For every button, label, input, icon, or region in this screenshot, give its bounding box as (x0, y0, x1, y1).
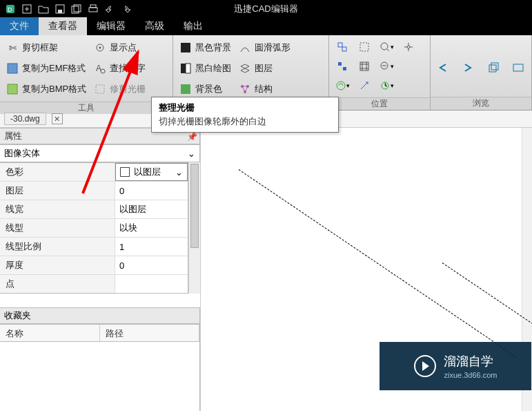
svg-point-30 (407, 46, 410, 48)
tab-close[interactable]: ✕ (52, 113, 63, 124)
svg-rect-33 (360, 62, 368, 70)
btn-find-text[interactable]: A查找文字 (92, 59, 148, 78)
label: 显示点 (110, 41, 137, 54)
nav-back[interactable] (435, 59, 453, 77)
print-icon[interactable] (86, 2, 101, 16)
arc-icon (239, 42, 250, 53)
label: 剪切框架 (22, 41, 58, 54)
black-bg-icon (180, 42, 191, 53)
btn-clip-frame[interactable]: ✄剪切框架 (4, 38, 89, 57)
pos-btn-10[interactable]: ▾ (377, 77, 395, 95)
svg-rect-6 (58, 10, 62, 13)
menu-editor[interactable]: 编辑器 (87, 17, 135, 35)
watermark-url: zixue.3d66.com (444, 371, 497, 379)
menu-advanced[interactable]: 高级 (135, 17, 174, 35)
bmp-icon (7, 84, 18, 95)
btn-smooth-arc[interactable]: 圆滑弧形 (237, 38, 293, 57)
watermark: 溜溜自学 zixue.3d66.com (380, 342, 531, 390)
svg-rect-31 (338, 62, 342, 66)
find-icon: A (95, 63, 106, 74)
label: 修剪光栅 (110, 83, 146, 95)
btn-black-bg[interactable]: 黑色背景 (177, 38, 234, 57)
label: 复制为BMP格式 (22, 83, 86, 95)
nav-view[interactable] (509, 59, 527, 77)
ribbon-group-position: ▾ ▾ ▾ ▾ 位置 (329, 35, 431, 110)
svg-point-14 (99, 47, 101, 49)
svg-rect-19 (181, 64, 186, 73)
label: 黑色背景 (195, 41, 231, 54)
nav-new-window[interactable] (484, 59, 502, 77)
quick-access-toolbar: D (3, 2, 134, 16)
ribbon-group-tools: ✄剪切框架 复制为EMF格式 复制为BMP格式 显示点 A查找文字 修剪光栅 工… (0, 35, 173, 110)
col-name[interactable]: 名称 (0, 325, 100, 341)
emf-icon (7, 63, 18, 74)
properties-table: 色彩以图层⌄ 图层0 线宽以图层 线型以块 线型比例1 厚度0 点 (0, 162, 188, 294)
doc-tab[interactable]: -30.dwg (4, 113, 46, 125)
open-icon[interactable] (36, 2, 51, 16)
btn-structure[interactable]: 结构 (237, 79, 293, 99)
btn-layer[interactable]: 图层 (237, 59, 293, 78)
svg-rect-9 (89, 8, 97, 12)
color-select[interactable]: 以图层⌄ (115, 163, 188, 181)
saveall-icon[interactable] (69, 2, 84, 16)
fav-columns: 名称 路径 (0, 324, 200, 342)
chevron-down-icon: ⌄ (175, 167, 183, 178)
new-icon[interactable] (19, 2, 35, 16)
pos-btn-4[interactable] (400, 38, 417, 56)
btn-bw-draw[interactable]: 黑白绘图 (177, 59, 234, 78)
pos-btn-2[interactable] (355, 38, 373, 56)
bw-icon (180, 63, 191, 74)
table-row: 线型以块 (0, 219, 188, 238)
pos-btn-7[interactable]: ▾ (377, 57, 395, 75)
table-row: 图层0 (0, 182, 188, 200)
favorites-header: 收藏夹 (0, 307, 200, 324)
pos-btn-6[interactable] (355, 57, 373, 75)
props-scrollbar[interactable] (188, 162, 200, 294)
col-path[interactable]: 路径 (100, 325, 200, 341)
btn-copy-emf[interactable]: 复制为EMF格式 (4, 59, 89, 78)
svg-rect-39 (491, 63, 498, 70)
redo-icon[interactable] (119, 2, 134, 16)
pos-btn-1[interactable] (333, 38, 351, 56)
titlebar: D 迅捷CAD编辑器 (0, 0, 532, 17)
trim-icon (95, 84, 106, 95)
svg-rect-20 (186, 64, 190, 73)
save-icon[interactable] (52, 2, 68, 16)
svg-rect-25 (338, 43, 342, 47)
menu-viewer[interactable]: 查看器 (39, 17, 87, 35)
svg-rect-11 (8, 64, 17, 73)
side-panel: 属性 📌 图像实体 ⌄ 色彩以图层⌄ 图层0 线宽以图层 线型以块 线型比例1 … (0, 128, 201, 411)
app-icon: D (3, 2, 18, 16)
btn-copy-bmp[interactable]: 复制为BMP格式 (4, 79, 89, 99)
btn-trim-raster[interactable]: 修剪光栅 (92, 79, 148, 99)
svg-rect-10 (90, 5, 96, 8)
pin-icon[interactable]: 📌 (187, 132, 195, 140)
pos-btn-3[interactable]: ▾ (377, 38, 395, 56)
tooltip-desc: 切掉光栅图像轮廓外的白边 (159, 115, 331, 128)
entity-selector[interactable]: 图像实体 ⌄ (0, 144, 200, 162)
selection-dash (239, 169, 517, 357)
svg-rect-18 (181, 43, 190, 52)
scrollbar-thumb[interactable] (190, 164, 199, 248)
btn-bg-color[interactable]: 背景色 (177, 79, 234, 99)
svg-rect-27 (360, 43, 368, 51)
pos-btn-8[interactable]: ▾ (333, 77, 351, 95)
btn-show-point[interactable]: 显示点 (92, 38, 148, 57)
label: 结构 (255, 83, 273, 95)
bgcolor-icon (180, 84, 191, 95)
structure-icon (239, 84, 250, 95)
point-icon (95, 42, 106, 53)
label: 黑白绘图 (195, 62, 231, 75)
nav-forward[interactable] (460, 59, 477, 77)
group-label-position: 位置 (329, 97, 430, 110)
favorites-body (0, 342, 200, 411)
svg-rect-38 (489, 65, 496, 72)
undo-icon[interactable] (102, 2, 117, 16)
menu-file[interactable]: 文件 (0, 17, 39, 35)
menu-output[interactable]: 输出 (174, 17, 213, 35)
table-row: 线型比例1 (0, 238, 188, 256)
pos-btn-9[interactable] (355, 77, 373, 95)
label: 查找文字 (110, 62, 146, 75)
pos-btn-5[interactable] (333, 57, 351, 75)
scissors-icon: ✄ (7, 42, 18, 53)
